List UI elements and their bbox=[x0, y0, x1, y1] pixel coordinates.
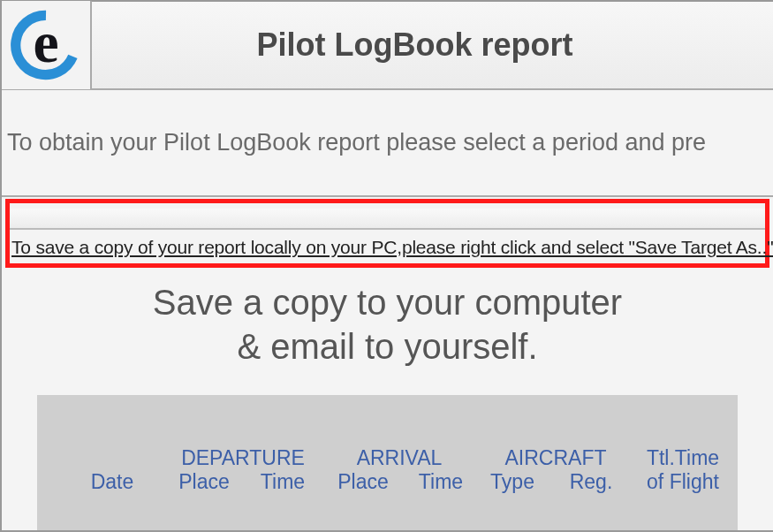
group-aircraft: AIRCRAFT bbox=[477, 446, 634, 470]
group-ttltime: Ttl.Time bbox=[634, 446, 731, 470]
big-caption-line1: Save a copy to your computer bbox=[2, 280, 773, 324]
col-reg: Reg. bbox=[548, 470, 634, 494]
instruction-text: To obtain your Pilot LogBook report plea… bbox=[7, 129, 769, 156]
highlight-bar bbox=[10, 209, 765, 230]
col-type: Type bbox=[477, 470, 548, 494]
group-header-row: DEPARTURE ARRIVAL AIRCRAFT Ttl.Time bbox=[37, 446, 738, 470]
report-headers: DEPARTURE ARRIVAL AIRCRAFT Ttl.Time Date… bbox=[37, 446, 738, 494]
col-arr-time: Time bbox=[405, 470, 477, 494]
report-preview: DEPARTURE ARRIVAL AIRCRAFT Ttl.Time Date… bbox=[37, 395, 738, 530]
col-dep-time: Time bbox=[244, 470, 322, 494]
col-dep-place: Place bbox=[164, 470, 244, 494]
column-header-row: Date Place Time Place Time Type Reg. of … bbox=[37, 470, 738, 494]
save-highlight-box: To save a copy of your report locally on… bbox=[5, 199, 769, 268]
col-arr-place: Place bbox=[322, 470, 405, 494]
save-target-link[interactable]: To save a copy of your report locally on… bbox=[11, 237, 763, 258]
instruction-row: To obtain your Pilot LogBook report plea… bbox=[2, 90, 773, 197]
svg-text:e: e bbox=[33, 11, 58, 74]
page-title: Pilot LogBook report bbox=[92, 27, 738, 64]
col-of-flight: of Flight bbox=[634, 470, 731, 494]
app-root: e Pilot LogBook report To obtain your Pi… bbox=[0, 0, 773, 532]
title-cell: Pilot LogBook report bbox=[92, 27, 773, 64]
big-caption: Save a copy to your computer & email to … bbox=[2, 280, 773, 369]
group-departure: DEPARTURE bbox=[164, 446, 322, 470]
group-arrival: ARRIVAL bbox=[322, 446, 477, 470]
logo-cell: e bbox=[2, 1, 92, 89]
app-logo-icon: e bbox=[11, 10, 81, 80]
col-date: Date bbox=[60, 470, 164, 494]
header: e Pilot LogBook report bbox=[2, 2, 773, 90]
big-caption-line2: & email to yourself. bbox=[2, 324, 773, 369]
